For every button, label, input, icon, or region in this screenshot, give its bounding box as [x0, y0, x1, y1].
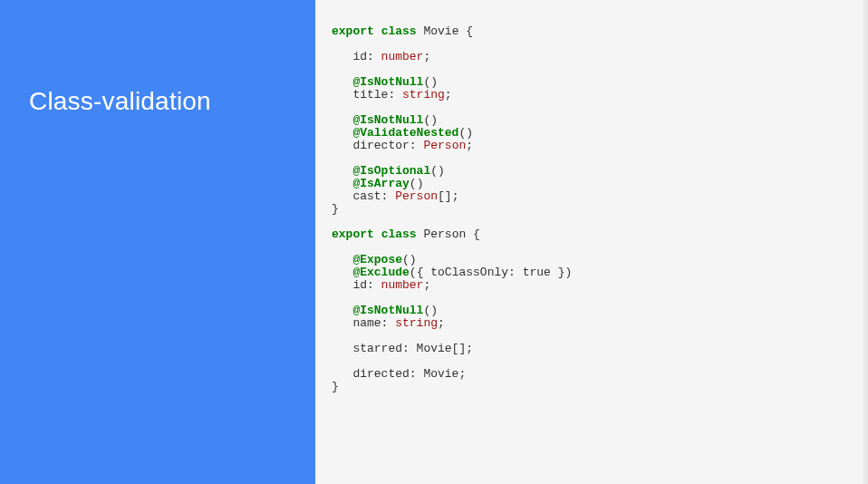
- code-text: }: [332, 380, 339, 393]
- code-keyword: class: [381, 24, 417, 38]
- code-text: (): [423, 75, 438, 89]
- code-text: (): [410, 177, 424, 190]
- code-block: export class Movie { id: number; @IsNotN…: [332, 25, 852, 393]
- code-text: }: [332, 202, 339, 216]
- code-decorator: @IsNotNull: [332, 113, 423, 127]
- code-text: ;: [466, 139, 473, 152]
- code-text: (): [423, 113, 438, 127]
- code-text: director:: [332, 139, 423, 152]
- code-text: id:: [332, 278, 381, 292]
- code-text: cast:: [332, 189, 395, 203]
- code-type: Person: [423, 139, 466, 152]
- code-keyword: export: [332, 24, 374, 38]
- code-text: ;: [423, 50, 430, 63]
- code-text: [];: [438, 189, 458, 203]
- code-decorator: @IsOptional: [332, 164, 430, 178]
- code-decorator: @Exclude: [332, 266, 410, 279]
- code-text: directed: Movie;: [332, 367, 466, 381]
- code-text: title:: [332, 88, 402, 102]
- code-decorator: @IsNotNull: [332, 304, 423, 317]
- slide-title: Class-validation: [29, 87, 211, 116]
- code-type: Person: [395, 189, 438, 203]
- code-keyword: class: [381, 227, 417, 241]
- code-decorator: @ValidateNested: [332, 126, 458, 140]
- code-text: ;: [423, 278, 430, 292]
- code-text: [374, 227, 381, 241]
- code-decorator: @Expose: [332, 253, 402, 266]
- code-keyword: export: [332, 227, 374, 241]
- code-type: string: [395, 316, 438, 330]
- code-type: string: [402, 88, 445, 102]
- code-text: ;: [438, 316, 445, 330]
- code-text: (): [402, 253, 417, 266]
- sidebar: Class-validation: [0, 0, 315, 484]
- code-text: (): [458, 126, 473, 140]
- scroll-shadow: [863, 0, 868, 484]
- code-decorator: @IsNotNull: [332, 75, 423, 89]
- code-text: Movie {: [417, 24, 473, 38]
- code-text: [374, 24, 381, 38]
- code-text: ({ toClassOnly: true }): [410, 266, 572, 279]
- code-type: number: [381, 50, 424, 63]
- code-text: (): [423, 304, 438, 317]
- code-text: (): [430, 164, 445, 178]
- code-text: name:: [332, 316, 395, 330]
- code-text: Person {: [417, 227, 480, 241]
- content-area: export class Movie { id: number; @IsNotN…: [315, 0, 868, 484]
- code-type: number: [381, 278, 424, 292]
- code-text: id:: [332, 50, 381, 63]
- code-text: starred: Movie[];: [332, 342, 473, 355]
- code-decorator: @IsArray: [332, 177, 410, 190]
- code-text: ;: [445, 88, 452, 102]
